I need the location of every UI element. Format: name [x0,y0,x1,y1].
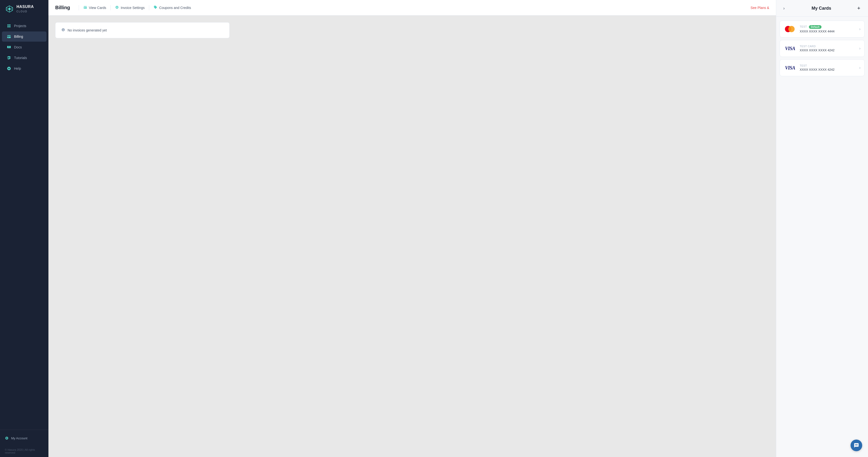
card-name: TEST [800,25,807,28]
invoice-settings-label: Invoice Settings [121,6,145,10]
page-title: Billing [55,5,70,10]
card-name: TEST [800,64,856,67]
card-info: TEST XXXX XXXX XXXX 4242 [800,64,856,71]
grid-icon [7,24,11,28]
sidebar-nav: Projects Billing Docs Tutorials Help [0,18,49,430]
card-item-visa-2[interactable]: VISA TEST XXXX XXXX XXXX 4242 › [780,59,865,76]
panel-add-button[interactable]: + [855,4,863,12]
sidebar-item-projects[interactable]: Projects [2,21,46,31]
sidebar-item-help[interactable]: Help [2,63,46,73]
coupons-credits-nav[interactable]: Coupons and Credits [153,4,192,11]
see-plans-link[interactable]: See Plans & [750,6,769,10]
card-name: TEST CARD [800,45,856,48]
panel-back-button[interactable]: › [780,4,788,12]
visa-logo-text: VISA [785,65,795,71]
card-number: XXXX XXXX XXXX 4242 [800,48,856,52]
coupons-credits-label: Coupons and Credits [159,6,191,10]
visa-logo: VISA [784,63,796,72]
card-number: XXXX XXXX XXXX 4242 [800,68,856,71]
sidebar-item-label: Docs [14,45,22,49]
right-panel-header: › My Cards + [776,0,868,17]
docs-icon [7,45,11,50]
chevron-right-icon: › [859,27,861,31]
card-item-mastercard[interactable]: TEST Default XXXX XXXX XXXX 4444 › [780,21,865,37]
view-cards-label: View Cards [89,6,106,10]
chevron-right-icon: › [859,46,861,51]
card-info: TEST CARD XXXX XXXX XXXX 4242 [800,45,856,52]
sidebar-logo: HASURACLOUD [0,0,49,18]
sidebar-copyright: © Hasura 2020 | All rights reserved [0,446,49,457]
my-account-label: My Account [11,436,27,440]
cards-list: TEST Default XXXX XXXX XXXX 4444 › VISA … [776,17,868,80]
credit-card-icon [83,5,87,10]
sidebar-item-billing[interactable]: Billing [2,31,46,42]
view-cards-nav[interactable]: View Cards [83,4,106,11]
chat-button[interactable] [850,439,862,451]
chevron-right-icon: › [859,66,861,70]
main-header: Billing View Cards Invoice Settings Coup… [49,0,776,15]
mastercard-logo [784,25,796,33]
sidebar-item-label: Help [14,67,21,70]
card-badges: TEST Default [800,25,856,29]
info-icon [61,28,65,33]
tutorials-icon [7,56,11,60]
card-item-visa-1[interactable]: VISA TEST CARD XXXX XXXX XXXX 4242 › [780,40,865,57]
visa-logo: VISA [784,44,796,53]
gear-icon [5,436,9,440]
sidebar-item-label: Tutorials [14,56,27,60]
sidebar-item-label: Projects [14,24,26,28]
card-info: TEST Default XXXX XXXX XXXX 4444 [800,25,856,33]
settings-icon [115,5,119,10]
no-invoices-text: No invoices generated yet [68,28,107,32]
sidebar-item-tutorials[interactable]: Tutorials [2,53,46,63]
sidebar-item-docs[interactable]: Docs [2,42,46,52]
help-icon [7,66,11,71]
billing-icon [7,34,11,39]
main-area: Billing View Cards Invoice Settings Coup… [49,0,776,457]
card-number: XXXX XXXX XXXX 4444 [800,30,856,33]
hasura-logo-icon [5,4,14,13]
default-badge: Default [809,25,822,29]
my-account-item[interactable]: My Account [2,434,46,443]
right-panel: › My Cards + TEST Default XXXX XXXX XXXX… [776,0,868,457]
visa-logo-text: VISA [785,46,795,51]
header-divider-3 [149,5,149,10]
panel-title: My Cards [812,6,831,11]
svg-point-1 [8,8,11,10]
hasura-brand-name: HASURACLOUD [17,5,34,13]
tag-icon [154,5,157,10]
no-invoices-box: No invoices generated yet [55,22,229,38]
invoice-settings-nav[interactable]: Invoice Settings [115,4,145,11]
sidebar: HASURACLOUD Projects Billing Docs Tutori… [0,0,49,457]
content-area: No invoices generated yet [49,15,776,457]
sidebar-footer: My Account [0,430,49,446]
sidebar-item-label: Billing [14,35,23,38]
